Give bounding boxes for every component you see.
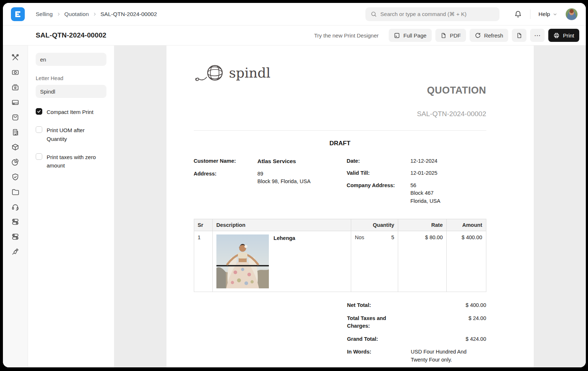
- ellipsis-icon: ⋯: [534, 32, 541, 39]
- file-icon: [440, 32, 447, 39]
- page-title: SAL-QTN-2024-00002: [36, 31, 106, 39]
- customer-name-label: Customer Name:: [194, 157, 258, 166]
- col-quantity: Quantity: [351, 219, 398, 231]
- address-label: Address:: [194, 170, 258, 186]
- checkbox-print-zero-taxes[interactable]: Print taxes with zero amount: [36, 153, 106, 170]
- address-value: 89 Block 98, Florida, USA: [258, 170, 347, 186]
- sidebar-icon-toggles[interactable]: [11, 218, 19, 226]
- company-address-value: 56 Block 467 Florida, USA: [411, 182, 486, 205]
- search-placeholder: Search or type a command (⌘ + K): [380, 11, 466, 17]
- item-uom: Nos: [355, 234, 364, 240]
- print-button[interactable]: Print: [548, 29, 579, 42]
- sidebar-icon-pie-chart[interactable]: [11, 158, 19, 166]
- items-table: Sr Description Quantity Rate Amount 1: [194, 219, 486, 292]
- sidebar-icon-headset[interactable]: [11, 203, 19, 211]
- col-description: Description: [212, 219, 351, 231]
- refresh-label: Refresh: [484, 32, 503, 39]
- print-page: spindl QUOTATION SAL-QTN-2024-00002 DRAF…: [166, 46, 534, 367]
- pdf-button[interactable]: PDF: [435, 29, 466, 42]
- print-preview-area: spindl QUOTATION SAL-QTN-2024-00002 DRAF…: [114, 46, 586, 367]
- pdf-label: PDF: [450, 32, 461, 39]
- language-input[interactable]: [36, 53, 106, 66]
- main-column: Letter Head Compact Item Print Print UOM…: [28, 46, 586, 367]
- sidebar-icon-toggles-alt[interactable]: [11, 233, 19, 241]
- divider: [530, 9, 530, 19]
- refresh-button[interactable]: Refresh: [470, 29, 509, 42]
- print-label: Print: [563, 32, 574, 39]
- document-button[interactable]: [512, 29, 526, 42]
- item-name: Lehenga: [274, 235, 295, 241]
- breadcrumb-selling[interactable]: Selling: [36, 11, 53, 17]
- cell-description: Lehenga: [212, 231, 351, 292]
- checkbox-icon: [36, 126, 42, 133]
- table-row: 1: [194, 231, 486, 292]
- valid-till-value: 12-01-2025: [411, 169, 486, 177]
- status-draft: DRAFT: [194, 140, 486, 147]
- full-page-icon: [394, 32, 400, 39]
- sidebar-icon-package[interactable]: [11, 143, 19, 151]
- net-total-label: Net Total:: [347, 301, 411, 309]
- help-menu[interactable]: Help: [538, 11, 557, 17]
- navbar: Selling Quotation SAL-QTN-2024-00002 Sea…: [3, 3, 586, 25]
- refresh-icon: [475, 32, 481, 39]
- search-input[interactable]: Search or type a command (⌘ + K): [365, 7, 499, 21]
- checkbox-print-uom[interactable]: Print UOM after Quantity: [36, 126, 106, 143]
- checkbox-icon: [36, 108, 42, 115]
- in-words-label: In Words:: [347, 348, 411, 364]
- checkbox-icon: [36, 153, 42, 160]
- sidebar-icon-camera-box[interactable]: [11, 83, 19, 91]
- checkbox-label: Compact Item Print: [47, 108, 93, 116]
- sidebar-icon-money[interactable]: [11, 68, 19, 76]
- print-settings-panel: Letter Head Compact Item Print Print UOM…: [28, 46, 114, 367]
- customer-name-value: Atlas Services: [258, 157, 347, 166]
- company-address-label: Company Address:: [347, 182, 411, 205]
- chevron-right-icon: [93, 12, 97, 16]
- checkbox-label: Print taxes with zero amount: [47, 153, 106, 170]
- help-label: Help: [538, 11, 550, 17]
- sidebar-icon-plug[interactable]: [11, 248, 19, 256]
- notifications-bell-icon[interactable]: [514, 10, 522, 18]
- full-page-button[interactable]: Full Page: [389, 29, 431, 42]
- item-photo: [216, 234, 269, 288]
- print-designer-link[interactable]: Try the new Print Designer: [314, 32, 379, 39]
- document-details: Customer Name: Atlas Services Address: 8…: [194, 157, 486, 209]
- col-rate: Rate: [398, 219, 447, 231]
- checkbox-compact-item-print[interactable]: Compact Item Print: [36, 108, 106, 116]
- app-window: Selling Quotation SAL-QTN-2024-00002 Sea…: [3, 3, 586, 367]
- page-head: SAL-QTN-2024-00002 Try the new Print Des…: [3, 25, 586, 46]
- col-amount: Amount: [447, 219, 486, 231]
- sidebar-icon-credit-card[interactable]: [11, 98, 19, 106]
- breadcrumb: Selling Quotation SAL-QTN-2024-00002: [36, 11, 157, 17]
- cell-amount: $ 400.00: [447, 231, 486, 292]
- search-icon: [371, 11, 377, 17]
- item-qty: 5: [391, 234, 394, 240]
- taxes-label: Total Taxes and Charges:: [347, 315, 411, 330]
- divider: [194, 130, 486, 131]
- sidebar-icon-shield-check[interactable]: [11, 173, 19, 181]
- date-value: 12-12-2024: [411, 157, 486, 165]
- user-avatar[interactable]: [565, 8, 578, 20]
- erpnext-logo-icon[interactable]: [11, 7, 25, 21]
- chevron-down-icon: [553, 12, 557, 17]
- yarn-ball-logo-icon: [194, 63, 227, 83]
- col-sr: Sr: [194, 219, 212, 231]
- taxes-value: $ 24.00: [411, 315, 486, 330]
- cell-rate: $ 80.00: [398, 231, 447, 292]
- sidebar-icon-shopping-bag[interactable]: [11, 113, 19, 121]
- valid-till-label: Valid Till:: [347, 169, 411, 177]
- sidebar-icon-building[interactable]: [11, 128, 19, 136]
- customer-details: Customer Name: Atlas Services Address: 8…: [194, 157, 347, 209]
- quotation-details: Date: 12-12-2024 Valid Till: 12-01-2025 …: [347, 157, 486, 209]
- checkbox-label: Print UOM after Quantity: [47, 126, 106, 143]
- body: Letter Head Compact Item Print Print UOM…: [3, 46, 586, 367]
- letter-head-input[interactable]: [36, 85, 106, 98]
- grand-total-value: $ 424.00: [411, 335, 486, 343]
- sidebar-icon-folder[interactable]: [11, 188, 19, 196]
- cell-sr: 1: [194, 231, 212, 292]
- sidebar-icon-tools[interactable]: [11, 54, 19, 62]
- more-menu-button[interactable]: ⋯: [530, 29, 545, 42]
- date-label: Date:: [347, 157, 411, 165]
- document-number: SAL-QTN-2024-00002: [194, 110, 486, 118]
- breadcrumb-quotation[interactable]: Quotation: [64, 11, 89, 17]
- breadcrumb-current[interactable]: SAL-QTN-2024-00002: [101, 11, 157, 17]
